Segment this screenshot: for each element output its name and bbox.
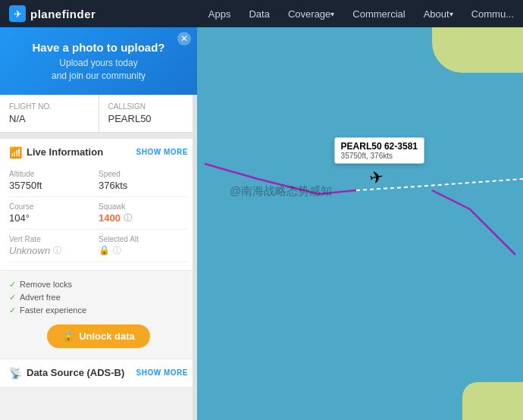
altitude-cell: Altitude 35750ft [9, 165, 99, 197]
nav-links: Apps Data Coverage Commercial About Comm… [199, 0, 523, 27]
selected-alt-value: 🔒 ⓘ [99, 245, 188, 256]
speed-label: Speed [99, 170, 188, 178]
left-panel: ✕ Have a photo to upload? Upload yours t… [0, 27, 197, 420]
plane-icon[interactable]: ✈ [368, 168, 385, 190]
callsign-cell: Callsign PEARL50 [99, 95, 198, 132]
promo-heading: Have a photo to upload? [12, 41, 185, 54]
data-source-left: 📡 Data Source (ADS-B) [9, 367, 124, 379]
squawk-label: Squawk [99, 202, 188, 211]
data-source-show-more[interactable]: SHOW MORE [136, 368, 188, 377]
unlock-btn-label: Unlock data [79, 331, 135, 342]
planefinder-logo-icon: ✈ [9, 5, 26, 22]
unlock-button[interactable]: 🔒 Unlock data [47, 324, 150, 348]
course-cell: Course 104° [9, 197, 99, 230]
flight-no-label: Flight No. [9, 102, 89, 111]
selected-alt-cell: Selected Alt 🔒 ⓘ [99, 230, 188, 262]
unlock-banner: Remove locks Advert free Faster experien… [0, 270, 197, 359]
nav-link-community[interactable]: Commu... [462, 0, 523, 27]
callsign-value: PEARL50 [108, 113, 189, 124]
nav-logo-text: planefinder [30, 8, 96, 20]
map-tooltip: PEARL50 62-3581 35750ft, 376kts [334, 137, 424, 164]
nav-link-data[interactable]: Data [240, 0, 278, 27]
speed-value: 376kts [99, 180, 188, 191]
live-grid: Altitude 35750ft Speed 376kts Course 104… [9, 165, 188, 262]
map-land-bottom-right [462, 382, 523, 420]
nav-logo[interactable]: ✈ planefinder [0, 5, 105, 22]
flight-no-cell: Flight No. N/A [0, 95, 99, 132]
altitude-value: 35750ft [9, 180, 99, 191]
flight-no-value: N/A [9, 113, 89, 124]
tooltip-sub: 35750ft, 376kts [341, 152, 418, 160]
vert-rate-value: Unknown ⓘ [9, 245, 99, 256]
flight-path-svg [197, 27, 523, 420]
squawk-info-icon[interactable]: ⓘ [124, 212, 132, 224]
unlock-feature-2: Advert free [9, 291, 188, 304]
vert-rate-cell: Vert Rate Unknown ⓘ [9, 230, 99, 262]
close-promo-button[interactable]: ✕ [177, 32, 191, 45]
flight-info-row: Flight No. N/A Callsign PEARL50 [0, 95, 197, 133]
nav-link-commercial[interactable]: Commercial [343, 0, 414, 27]
unlock-btn-icon: 🔒 [62, 331, 74, 342]
nav-bar: ✈ planefinder Apps Data Coverage Commerc… [0, 0, 523, 27]
unlock-feature-1: Remove locks [9, 278, 188, 291]
unlock-feature-3: Faster experience [9, 304, 188, 317]
squawk-value: 1400 ⓘ [99, 212, 188, 224]
selected-alt-info-icon[interactable]: ⓘ [113, 245, 121, 256]
map-watermark: @南海战略态势感知 [230, 184, 332, 199]
data-source-section: 📡 Data Source (ADS-B) SHOW MORE [0, 359, 197, 387]
promo-line2: and join our community [12, 70, 185, 83]
live-title-text: Live Information [27, 146, 103, 158]
nav-link-coverage[interactable]: Coverage [279, 0, 343, 27]
promo-line1: Upload yours today [12, 57, 185, 70]
course-value: 104° [9, 212, 99, 224]
live-header: 📶 Live Information SHOW MORE [9, 146, 188, 158]
live-section: 📶 Live Information SHOW MORE Altitude 35… [0, 139, 197, 270]
map-land-top-right [432, 27, 523, 73]
svg-text:✈: ✈ [14, 8, 22, 20]
squawk-cell: Squawk 1400 ⓘ [99, 197, 188, 230]
selected-alt-label: Selected Alt [99, 235, 188, 243]
wifi-icon: 📶 [9, 146, 22, 158]
vert-rate-info-icon[interactable]: ⓘ [53, 245, 61, 256]
adsb-icon: 📡 [9, 367, 22, 379]
live-show-more[interactable]: SHOW MORE [136, 148, 188, 156]
data-source-label: Data Source (ADS-B) [27, 367, 124, 378]
altitude-label: Altitude [9, 170, 99, 178]
nav-link-about[interactable]: About [415, 0, 462, 27]
photo-promo: ✕ Have a photo to upload? Upload yours t… [0, 27, 197, 95]
vert-rate-label: Vert Rate [9, 235, 99, 243]
course-label: Course [9, 202, 99, 211]
map-area[interactable]: ✈ PEARL50 62-3581 35750ft, 376kts @南海战略态… [197, 27, 523, 420]
tooltip-title: PEARL50 62-3581 [341, 141, 418, 152]
callsign-label: Callsign [108, 102, 189, 111]
section-gap-1 [0, 133, 197, 139]
nav-link-apps[interactable]: Apps [199, 0, 240, 27]
live-title: 📶 Live Information [9, 146, 103, 158]
selected-alt-lock-icon: 🔒 [99, 245, 110, 255]
speed-cell: Speed 376kts [99, 165, 188, 197]
